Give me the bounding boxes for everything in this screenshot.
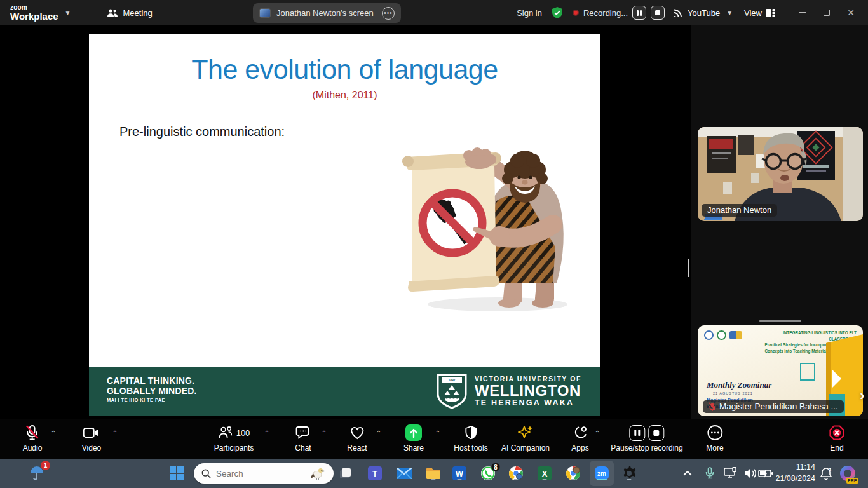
panel-resize-handle[interactable] <box>688 259 692 277</box>
video-label: Video <box>82 444 101 452</box>
panel-drag-handle[interactable] <box>759 320 801 322</box>
pause-recording-button[interactable] <box>632 6 646 20</box>
live-stream-control[interactable]: YouTube ▼ <box>674 8 735 18</box>
share-chevron-icon[interactable]: ⌃ <box>435 430 440 437</box>
youtube-chevron-down-icon: ▼ <box>726 10 733 17</box>
host-tools-button[interactable]: Host tools <box>454 424 487 452</box>
apps-button[interactable]: Apps <box>571 424 588 452</box>
whatsapp-app-icon[interactable]: 8 <box>480 465 496 482</box>
share-button[interactable]: Share <box>403 424 424 452</box>
settings-gear-icon[interactable] <box>621 465 637 482</box>
view-button[interactable]: View <box>744 8 775 18</box>
tray-mic-icon[interactable] <box>702 465 718 482</box>
participants-chevron-icon[interactable]: ⌃ <box>264 430 269 437</box>
minimize-button[interactable] <box>790 0 815 25</box>
participant-name-text: Magister Pendidikan Bahasa ... <box>719 402 838 411</box>
participant-video-magister[interactable]: INTEGRATING LINGUISTICS INTO ELT CLASSRO… <box>698 325 863 416</box>
tray-display-icon[interactable] <box>722 465 739 482</box>
participant-name-tag: Magister Pendidikan Bahasa ... <box>703 400 844 413</box>
video-button[interactable]: Video <box>82 424 101 452</box>
zoom-logo-text: zoom <box>10 4 58 11</box>
word-app-icon[interactable]: W <box>451 465 468 482</box>
slide-footer-banner: CAPITAL THINKING. GLOBALLY MINDED. MAI I… <box>89 367 600 416</box>
shared-screen-pill[interactable]: Jonathan Newton's screen ••• <box>253 3 401 23</box>
tray-battery-icon[interactable] <box>757 465 774 482</box>
file-explorer-icon[interactable] <box>425 465 442 482</box>
ai-companion-label: AI Companion <box>501 444 550 452</box>
participants-panel: Jonathan Newton INTEGRATING LINGUISTICS … <box>691 25 868 419</box>
running-indicator <box>627 479 632 481</box>
pause-stop-recording-button[interactable]: Pause/stop recording <box>611 424 682 452</box>
chat-button[interactable]: Chat <box>295 424 311 452</box>
university-shield-icon: 1897 <box>437 374 467 409</box>
stop-recording-button[interactable] <box>651 6 665 20</box>
task-view-icon[interactable] <box>337 465 353 482</box>
poster-logo-icon <box>704 330 714 340</box>
participant-video-jonathan-newton[interactable]: Jonathan Newton <box>698 127 863 221</box>
mail-app-icon[interactable] <box>396 465 412 482</box>
pause-stop-label: Pause/stop recording <box>611 444 682 452</box>
chrome-app-icon[interactable] <box>508 465 524 482</box>
chat-chevron-icon[interactable]: ⌃ <box>322 430 327 437</box>
tray-expand-chevron-icon[interactable] <box>679 465 696 482</box>
search-icon <box>201 469 211 478</box>
zoom-app-icon[interactable]: zm <box>593 465 610 482</box>
audio-chevron-icon[interactable]: ⌃ <box>51 430 56 437</box>
close-button[interactable]: ✕ <box>839 0 863 25</box>
excel-app-icon[interactable]: X <box>536 465 553 482</box>
end-label: End <box>830 444 843 452</box>
running-indicator <box>431 479 436 481</box>
main-stage: The evolution of language (Mithen, 2011)… <box>0 25 868 419</box>
uni-name-line2: WELLINGTON <box>475 383 581 398</box>
camera-icon <box>83 427 100 438</box>
copilot-icon[interactable]: PRE <box>839 465 856 482</box>
gallery-next-chevron-icon[interactable]: › <box>857 384 868 407</box>
poster-date: 21 AGUSTUS 2021 <box>713 391 753 395</box>
workspace-chevron-down-icon[interactable]: ▼ <box>65 10 71 17</box>
running-indicator <box>543 479 547 481</box>
sign-in-button[interactable]: Sign in <box>517 8 542 18</box>
participants-button[interactable]: 100 Participants <box>214 424 254 452</box>
windows-taskbar: 1 T <box>0 459 868 488</box>
video-accent-line <box>704 219 722 220</box>
ai-companion-button[interactable]: AI Companion <box>501 424 550 452</box>
meeting-toolbar: Audio ⌃ Video ⌃ 100 <box>0 419 868 459</box>
react-button[interactable]: React <box>347 424 367 452</box>
layout-icon <box>766 9 775 17</box>
apps-chevron-icon[interactable]: ⌃ <box>595 430 600 437</box>
chrome-profile-app-icon[interactable] <box>565 465 581 482</box>
tab-meeting[interactable]: Meeting <box>107 8 153 18</box>
participants-count: 100 <box>236 428 250 438</box>
broadcast-icon <box>674 8 684 17</box>
tray-notification-bell-icon[interactable]: z <box>818 465 834 482</box>
youtube-label: YouTube <box>688 8 720 18</box>
more-ellipsis-icon <box>707 424 723 441</box>
poster-logo-icon <box>729 331 742 339</box>
audio-button[interactable]: Audio <box>23 424 43 452</box>
tray-volume-icon[interactable] <box>742 465 759 482</box>
teams-app-icon[interactable]: T <box>367 465 383 482</box>
stop-recording-icon[interactable] <box>649 425 665 441</box>
chat-label: Chat <box>295 444 311 452</box>
pill-more-options-icon[interactable]: ••• <box>382 7 395 20</box>
end-button[interactable]: End <box>829 424 845 452</box>
pause-recording-icon[interactable] <box>630 425 646 441</box>
more-button[interactable]: More <box>706 424 723 452</box>
restore-button[interactable] <box>815 0 839 25</box>
taskbar-search-box[interactable] <box>194 463 334 484</box>
start-button[interactable] <box>168 465 185 482</box>
top-bar: zoom Workplace ▼ Meeting Jonathan Newton… <box>0 0 868 25</box>
shared-slide: The evolution of language (Mithen, 2011)… <box>89 34 600 416</box>
security-shield-icon[interactable] <box>551 6 564 19</box>
screen-share-icon <box>259 8 271 18</box>
host-tools-shield-icon <box>464 425 478 440</box>
slide-body-text: Pre-linguistic communication: <box>119 125 285 139</box>
search-highlight-bird-icon[interactable] <box>309 465 326 482</box>
video-chevron-icon[interactable]: ⌃ <box>112 430 118 437</box>
search-input[interactable] <box>216 469 292 478</box>
notification-badge: 1 <box>41 461 50 470</box>
footer-tagline-2: GLOBALLY MINDED. <box>107 386 197 396</box>
react-chevron-icon[interactable]: ⌃ <box>376 430 381 437</box>
tray-clock[interactable]: 11:14 21/08/2024 <box>775 461 815 484</box>
audio-label: Audio <box>23 444 43 452</box>
